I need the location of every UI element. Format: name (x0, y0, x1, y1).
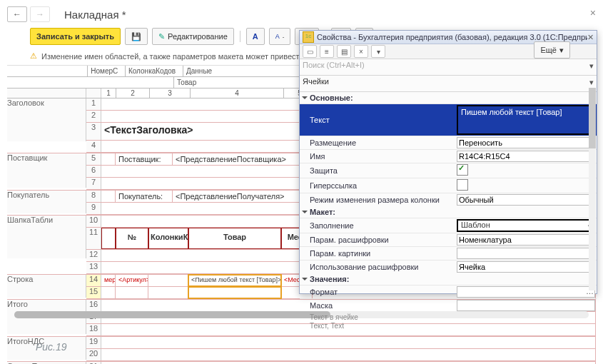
section-layout[interactable]: Макет: (300, 206, 597, 218)
region-name[interactable]: Строка (7, 275, 86, 298)
prop-input[interactable] (457, 137, 595, 148)
palette-dropdown-icon[interactable]: ▾ (371, 45, 385, 58)
scrollbar-thumb[interactable] (589, 88, 596, 148)
col-number[interactable]: 3 (150, 89, 191, 98)
dropdown-icon[interactable]: ▾ (589, 78, 594, 87)
table-header: КолонкиКо (148, 228, 188, 249)
prop-input[interactable] (457, 300, 595, 311)
cell[interactable]: <Артикул> (116, 275, 148, 286)
region-name[interactable]: ШапкаТабли (7, 216, 86, 258)
nav-back-button[interactable]: ← (7, 6, 27, 22)
properties-palette[interactable]: 1c Свойства - Бухгалтерия предприятия (б… (299, 30, 597, 294)
fill-select[interactable]: Шаблон▾ (457, 219, 595, 232)
save-button[interactable]: 💾 (125, 28, 148, 45)
prop-input[interactable] (457, 194, 595, 206)
region-label: КолонкаКодов (126, 66, 183, 76)
prop-input[interactable] (457, 261, 595, 273)
prop-input[interactable] (457, 248, 595, 259)
figure-caption: Рис.19 (36, 341, 67, 353)
col-number[interactable]: 2 (116, 89, 150, 98)
nav-forward-button[interactable]: → (30, 6, 50, 22)
warning-icon: ⚠ (30, 51, 37, 61)
region-name[interactable]: Покупатель (7, 191, 86, 213)
palette-scrollbar[interactable] (589, 88, 596, 290)
prop-row[interactable]: Защита (300, 163, 597, 178)
region-name[interactable]: Поставщик (7, 153, 86, 188)
palette-filter[interactable]: Ячейки ▾ (300, 76, 597, 92)
page-title: Накладная * (64, 9, 126, 21)
prop-row-text[interactable]: Текст Пишем любой текст [Товар] (300, 103, 597, 136)
text-value-box[interactable]: Пишем любой текст [Товар] (457, 105, 595, 135)
checkbox-checked[interactable] (457, 164, 468, 176)
font-button[interactable]: A (246, 28, 265, 45)
palette-hint: Текст в ячейкеТекст, Text (300, 312, 597, 332)
selected-cell[interactable]: <Пишем любой текст [Товар]> (188, 275, 281, 286)
prop-input[interactable] (457, 286, 595, 298)
col-number[interactable]: 1 (101, 89, 116, 98)
checkbox-unchecked[interactable] (457, 179, 468, 191)
region-name[interactable]: Заголовок (7, 98, 86, 141)
prop-row[interactable]: Размещение (300, 136, 597, 149)
col-number[interactable]: 4 (191, 89, 284, 98)
palette-tool-button[interactable]: ▤ (337, 45, 351, 58)
dropdown-icon[interactable]: ▾ (589, 61, 594, 71)
app-icon: 1c (303, 31, 314, 43)
floppy-icon: 💾 (131, 32, 141, 41)
prop-row[interactable]: Маска (300, 298, 597, 312)
prop-input[interactable] (457, 234, 595, 246)
prop-row[interactable]: Режим изменения размера колонки (300, 193, 597, 206)
prop-input[interactable] (457, 151, 595, 162)
prop-row[interactable]: Гиперссылка (300, 178, 597, 193)
section-main[interactable]: Основные: (300, 92, 597, 103)
more-button[interactable]: Ещё ▾ (534, 41, 570, 59)
prop-row[interactable]: Парам. картинки (300, 246, 597, 260)
edit-mode-button[interactable]: ✎Редактирование (152, 28, 234, 45)
scrollbar-thumb[interactable] (14, 311, 330, 318)
toolbar-separator (240, 31, 240, 42)
section-values[interactable]: Значения: (300, 273, 597, 285)
palette-tool-button[interactable]: ≡ (320, 45, 334, 58)
cell[interactable] (148, 275, 188, 286)
palette-clear-button[interactable]: × (354, 45, 368, 58)
prop-row[interactable]: Имя (300, 149, 597, 163)
palette-close-icon[interactable]: ✕ (587, 33, 594, 42)
palette-title: Свойства - Бухгалтерия предприятия (базо… (317, 33, 587, 41)
chevron-down-icon: ▾ (559, 46, 564, 55)
table-header: № (116, 228, 148, 249)
table-header: Товар (188, 228, 281, 249)
cell[interactable]: мерСтр (101, 275, 116, 286)
font-smaller-button[interactable]: A- (269, 28, 291, 45)
prop-row[interactable]: Формат … (300, 285, 597, 298)
save-and-close-button[interactable]: Записать и закрыть (30, 28, 121, 45)
prop-row[interactable]: Парам. расшифровки (300, 233, 597, 246)
palette-tool-button[interactable]: ▭ (303, 45, 317, 58)
prop-row-fill[interactable]: Заполнение Шаблон▾ (300, 218, 597, 233)
pencil-icon: ✎ (158, 32, 165, 41)
region-label: НомерС (88, 66, 126, 76)
palette-search[interactable]: Поиск (Ctrl+Alt+I) ▾ (300, 59, 597, 76)
prop-row[interactable]: Использование расшифровки (300, 260, 597, 273)
close-icon[interactable]: × (590, 7, 596, 19)
